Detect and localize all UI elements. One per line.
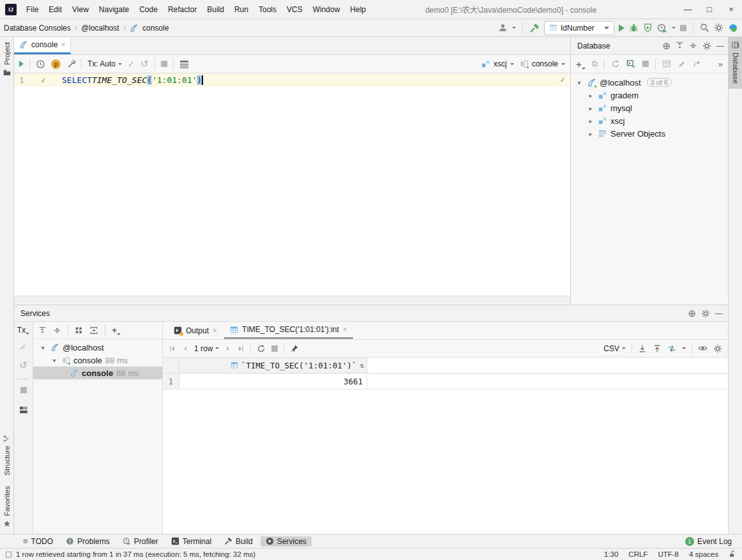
add-datasource-button[interactable]: + <box>576 59 586 70</box>
run-configuration-select[interactable]: IdNumber <box>544 21 614 35</box>
tree-collapsed-icon[interactable]: ▸ <box>586 92 595 99</box>
ide-plugin-swirl-icon[interactable] <box>728 23 738 33</box>
refresh-icon[interactable] <box>611 59 620 68</box>
toolbar-profiler[interactable]: Profiler <box>117 536 163 547</box>
menu-window[interactable]: Window <box>308 3 345 16</box>
add-button[interactable]: + <box>112 325 121 335</box>
tool-tab-database[interactable]: Database <box>729 37 742 89</box>
group-by-icon[interactable] <box>75 326 83 335</box>
menu-run[interactable]: Run <box>230 3 253 16</box>
toolbar-services[interactable]: Services <box>261 536 312 547</box>
tree-expanded-icon[interactable]: ▾ <box>575 79 584 86</box>
jump-to-console-icon[interactable] <box>626 59 636 68</box>
import-upload-icon[interactable] <box>653 344 662 353</box>
profiler-icon[interactable] <box>657 23 667 33</box>
settings-gear-icon[interactable] <box>714 23 723 33</box>
result-grid-tab[interactable]: TIME_TO_SEC('1:01:01'):int × <box>224 322 353 339</box>
tree-node-server-objects[interactable]: ▸ Server Objects <box>571 127 728 140</box>
tree-node-xscj[interactable]: ▸ xscj <box>571 114 728 127</box>
menu-vcs[interactable]: VCS <box>282 3 307 16</box>
column-header[interactable]: `TIME_TO_SEC('1:01:01')` ⇅ <box>179 358 367 373</box>
tab-close-icon[interactable]: × <box>61 40 65 49</box>
wrench-icon[interactable] <box>66 59 75 68</box>
event-log-button[interactable]: 1 Event Log <box>680 536 737 547</box>
tool-tab-structure[interactable]: Structure <box>3 446 11 476</box>
tree-collapsed-icon[interactable]: ▸ <box>586 117 595 125</box>
breadcrumb-console[interactable]: console <box>142 24 169 33</box>
search-icon[interactable] <box>700 23 709 33</box>
collapse-all-icon[interactable] <box>689 42 697 50</box>
menu-navigate[interactable]: Navigate <box>95 3 133 16</box>
locate-icon[interactable]: ⊕ <box>688 308 696 319</box>
debug-bug-icon[interactable] <box>629 23 639 33</box>
menu-code[interactable]: Code <box>135 3 162 16</box>
tree-collapsed-icon[interactable]: ▸ <box>586 130 595 137</box>
collapse-all-icon[interactable] <box>53 326 61 335</box>
schema-selector[interactable]: xscj <box>481 59 514 68</box>
tab-close-icon[interactable]: × <box>343 325 347 334</box>
execute-button[interactable] <box>19 61 24 67</box>
hide-panel-icon[interactable]: — <box>715 309 723 318</box>
locate-icon[interactable]: ⊕ <box>662 40 670 52</box>
stop-query-button[interactable] <box>161 61 167 67</box>
line-separator[interactable]: CRLF <box>628 550 647 558</box>
layout-icon[interactable] <box>19 406 28 414</box>
tree-node-mysql[interactable]: ▸ mysql <box>571 102 728 114</box>
minimize-button[interactable]: — <box>677 1 699 19</box>
value-cell[interactable]: 3661 <box>179 374 367 389</box>
tab-close-icon[interactable]: × <box>213 326 217 335</box>
sort-icon[interactable]: ⇅ <box>360 361 364 370</box>
lock-icon[interactable] <box>729 550 736 558</box>
close-button[interactable]: × <box>720 1 742 19</box>
services-node-console-session[interactable]: ▾ console 88 ms <box>33 354 162 367</box>
panel-settings-gear-icon[interactable] <box>702 42 711 50</box>
session-selector[interactable]: console <box>520 59 565 68</box>
export-format-select[interactable]: CSV <box>603 344 626 353</box>
menu-view[interactable]: View <box>68 3 93 16</box>
services-node-localhost[interactable]: ▾ @localhost <box>33 341 162 354</box>
export-download-icon[interactable] <box>638 344 647 353</box>
run-button[interactable] <box>619 24 625 32</box>
compare-arrows-icon[interactable] <box>667 344 676 353</box>
expand-all-icon[interactable] <box>676 42 684 50</box>
toolbar-todo[interactable]: ≡ TODO <box>18 536 58 547</box>
history-clock-icon[interactable] <box>36 59 45 69</box>
sql-editor[interactable]: 1 ✓ SELECT TIME_TO_SEC('1:01:01') ✓ <box>14 73 570 296</box>
view-options-eye-icon[interactable] <box>698 344 708 353</box>
tree-node-gradem[interactable]: ▸ gradem <box>571 89 728 102</box>
rollback-icon[interactable]: ↺ <box>140 58 149 70</box>
caret-position[interactable]: 1:30 <box>604 550 618 558</box>
tx-mode-select[interactable]: Tx: Auto <box>87 59 122 68</box>
code-line-1[interactable]: 1 ✓ SELECT TIME_TO_SEC('1:01:01') <box>14 73 570 87</box>
tree-collapsed-icon[interactable]: ▸ <box>586 105 595 112</box>
menu-tools[interactable]: Tools <box>254 3 281 16</box>
inspection-ok-icon[interactable]: ✓ <box>560 75 565 84</box>
pin-tab-icon[interactable] <box>290 344 299 353</box>
toolbar-build[interactable]: Build <box>219 536 258 547</box>
menu-help[interactable]: Help <box>345 3 370 16</box>
breadcrumb-localhost[interactable]: @localhost <box>81 24 119 33</box>
reload-page-icon[interactable] <box>257 344 266 353</box>
menu-file[interactable]: File <box>22 3 43 16</box>
tool-tab-favorites[interactable]: Favorites <box>3 486 11 516</box>
hide-panel-icon[interactable]: — <box>716 42 724 50</box>
page-size-select[interactable]: 1 row <box>194 344 219 353</box>
tree-expanded-icon[interactable]: ▾ <box>50 357 59 364</box>
grid-settings-gear-icon[interactable] <box>713 344 722 353</box>
breadcrumb-database-consoles[interactable]: Database Consoles <box>4 24 71 33</box>
editor-tab-console[interactable]: console × <box>14 37 71 54</box>
maximize-button[interactable]: □ <box>699 1 720 19</box>
tool-tab-project[interactable]: Project <box>3 37 11 76</box>
user-icon[interactable] <box>498 23 508 33</box>
add-service-frame-icon[interactable] <box>89 326 98 335</box>
run-with-coverage-icon[interactable] <box>643 23 653 33</box>
menu-build[interactable]: Build <box>202 3 229 16</box>
output-tab[interactable]: Output × <box>168 322 223 339</box>
file-encoding[interactable]: UTF-8 <box>658 550 679 558</box>
browse-history-icon[interactable] <box>179 60 189 68</box>
toolbar-problems[interactable]: Problems <box>61 536 115 547</box>
services-node-console-result[interactable]: console 88 ms <box>33 367 162 379</box>
tree-node-localhost[interactable]: ▾ @localhost 3 of 6 <box>571 76 728 89</box>
more-toolbar-icon[interactable]: » <box>718 59 723 69</box>
toolbar-terminal[interactable]: Terminal <box>166 536 216 547</box>
